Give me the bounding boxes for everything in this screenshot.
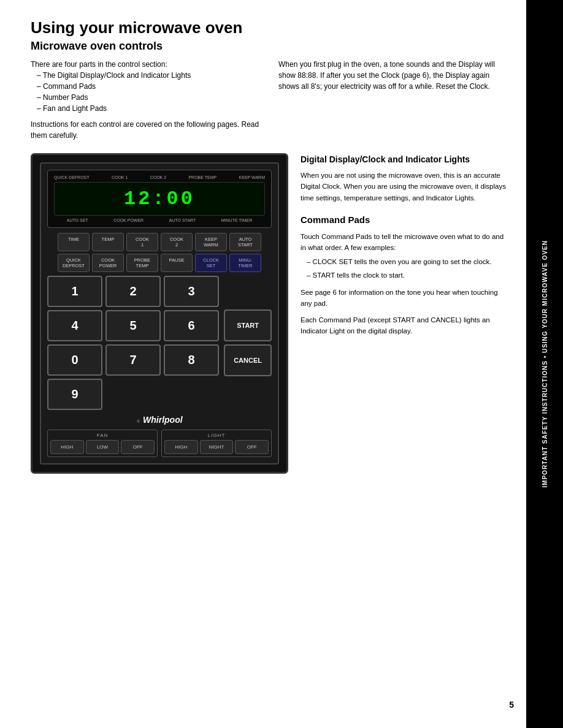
fan-label: FAN: [50, 433, 155, 438]
num-7-btn[interactable]: 7: [105, 344, 161, 376]
num-4-btn[interactable]: 4: [47, 310, 102, 341]
section-title: Microwave oven controls: [31, 40, 508, 53]
light-group: LIGHT HIGH NIGHT OFF: [161, 430, 272, 457]
auto-label: AUTO SET: [67, 218, 88, 222]
right-sidebar: IMPORTANT SAFETY INSTRUCTIONS • USING YO…: [526, 0, 563, 728]
cook2-btn[interactable]: COOK2: [161, 233, 193, 251]
auto-start-btn[interactable]: AUTOSTART: [229, 233, 261, 251]
display-annotation: Digital Display/Clock and Indicator Ligh…: [301, 153, 508, 203]
intro-left-footer: Instructions for each control are covere…: [31, 119, 260, 141]
cmd-row-2: QUICKDEFROST COOKPOWER PROBETEMP PAUSE C…: [47, 254, 272, 272]
probe-temp-btn[interactable]: PROBETEMP: [126, 254, 158, 272]
num-0-btn[interactable]: 0: [47, 344, 102, 376]
auto-label: COOK POWER: [113, 218, 144, 222]
pause-btn[interactable]: PAUSE: [161, 254, 193, 272]
logo-small: ⚛: [136, 419, 140, 424]
intro-left-text: There are four parts in the control sect…: [31, 59, 260, 70]
command-list-item: START tells the clock to start.: [301, 270, 508, 281]
content-area: QUICK DEFROST COOK 1 COOK 2 PROBE TEMP K…: [31, 153, 508, 474]
light-night-btn[interactable]: NIGHT: [200, 440, 234, 454]
light-off-btn[interactable]: OFF: [235, 440, 269, 454]
indicator-labels: QUICK DEFROST COOK 1 COOK 2 PROBE TEMP K…: [54, 175, 265, 180]
start-btn[interactable]: START: [224, 309, 272, 341]
auto-label: AUTO START: [169, 218, 196, 222]
fan-off-btn[interactable]: OFF: [121, 440, 155, 454]
logo-text: Whirlpool: [143, 415, 183, 425]
fan-btns: HIGH LOW OFF: [50, 440, 155, 454]
list-item: Number Pads: [31, 92, 260, 103]
clock-set-btn[interactable]: CLOCKSET: [195, 254, 227, 272]
auto-labels: AUTO SET COOK POWER AUTO START MINUTE TI…: [54, 218, 265, 222]
intro-right: When you first plug in the oven, a tone …: [278, 59, 508, 141]
right-column: Digital Display/Clock and Indicator Ligh…: [301, 153, 508, 347]
sidebar-text: IMPORTANT SAFETY INSTRUCTIONS • USING YO…: [541, 240, 549, 488]
display-title-text: Digital Display/Clock and Indicator Ligh…: [301, 154, 470, 164]
light-btns: HIGH NIGHT OFF: [164, 440, 269, 454]
light-label: LIGHT: [164, 433, 269, 438]
clock-display: 12:00: [54, 182, 265, 216]
main-content: Using your microwave oven Microwave oven…: [0, 0, 526, 492]
light-high-btn[interactable]: HIGH: [164, 440, 198, 454]
microwave-outer: QUICK DEFROST COOK 1 COOK 2 PROBE TEMP K…: [31, 153, 288, 474]
command-list: CLOCK SET tells the oven you are going t…: [301, 257, 508, 281]
temp-btn[interactable]: TEMP: [92, 233, 124, 251]
fan-group: FAN HIGH LOW OFF: [47, 430, 158, 457]
clock-digits: 12:00: [124, 188, 195, 210]
indicator-label: COOK 2: [150, 175, 166, 180]
num-9-btn[interactable]: 9: [47, 379, 102, 410]
command-list-item: CLOCK SET tells the oven you are going t…: [301, 257, 508, 267]
command-footer-2: Each Command Pad (except START and CANCE…: [301, 314, 508, 337]
num-1-btn[interactable]: 1: [47, 276, 102, 307]
cmd-row-1: TIME TEMP COOK1 COOK2 KEEPWARM AUTOSTART: [47, 233, 272, 251]
fan-low-btn[interactable]: LOW: [86, 440, 120, 454]
display-section: QUICK DEFROST COOK 1 COOK 2 PROBE TEMP K…: [47, 170, 272, 228]
fan-light-section: FAN HIGH LOW OFF LIGHT HIGH NIGHT: [47, 430, 272, 457]
diagram-container: QUICK DEFROST COOK 1 COOK 2 PROBE TEMP K…: [31, 153, 288, 474]
list-item: The Digital Display/Clock and Indicator …: [31, 70, 260, 81]
microwave-inner: QUICK DEFROST COOK 1 COOK 2 PROBE TEMP K…: [40, 162, 279, 464]
action-btns: START CANCEL: [224, 276, 272, 410]
num-3-btn[interactable]: 3: [164, 276, 219, 307]
page-title: Using your microwave oven: [31, 18, 508, 37]
intro-right-text: When you first plug in the oven, a tone …: [278, 59, 508, 92]
list-item: Fan and Light Pads: [31, 103, 260, 114]
command-pads-title: Command Pads: [301, 213, 508, 227]
num-8-btn[interactable]: 8: [164, 344, 219, 376]
indicator-label: QUICK DEFROST: [54, 175, 90, 180]
keep-warm-btn[interactable]: KEEPWARM: [195, 233, 227, 251]
num-2-btn[interactable]: 2: [105, 276, 161, 307]
cook1-btn[interactable]: COOK1: [126, 233, 158, 251]
minute-timer-btn[interactable]: MINU-TIMER: [229, 254, 261, 272]
auto-label: MINUTE TIMER: [221, 218, 252, 222]
command-title-text: Command Pads: [301, 214, 370, 225]
intro-left-list: The Digital Display/Clock and Indicator …: [31, 70, 260, 114]
indicator-label: COOK 1: [112, 175, 128, 180]
quick-defrost-btn[interactable]: QUICKDEFROST: [58, 254, 90, 272]
cook-power-btn[interactable]: COOKPOWER: [92, 254, 124, 272]
intro-columns: There are four parts in the control sect…: [31, 59, 508, 141]
time-btn[interactable]: TIME: [58, 233, 90, 251]
command-footer-1: See page 6 for information on the tone y…: [301, 287, 508, 309]
intro-left: There are four parts in the control sect…: [31, 59, 260, 141]
numpad-grid: 1 2 3 4 5 6 0 7 8 9: [47, 276, 219, 410]
num-6-btn[interactable]: 6: [164, 310, 219, 341]
fan-high-btn[interactable]: HIGH: [50, 440, 84, 454]
command-annotation-text: Touch Command Pads to tell the microwave…: [301, 231, 508, 254]
display-annotation-title: Digital Display/Clock and Indicator Ligh…: [301, 153, 508, 166]
numpad-area: 1 2 3 4 5 6 0 7 8 9 START: [47, 276, 272, 410]
list-item: Command Pads: [31, 81, 260, 92]
indicator-label: KEEP WARM: [239, 175, 265, 180]
command-annotation: Command Pads Touch Command Pads to tell …: [301, 213, 508, 336]
page-number: 5: [509, 700, 514, 710]
indicator-label: PROBE TEMP: [188, 175, 216, 180]
display-annotation-text: When you are not using the microwave ove…: [301, 170, 508, 203]
logo-area: ⚛ Whirlpool: [47, 415, 272, 425]
num-5-btn[interactable]: 5: [105, 310, 161, 341]
cancel-btn[interactable]: CANCEL: [224, 344, 272, 376]
